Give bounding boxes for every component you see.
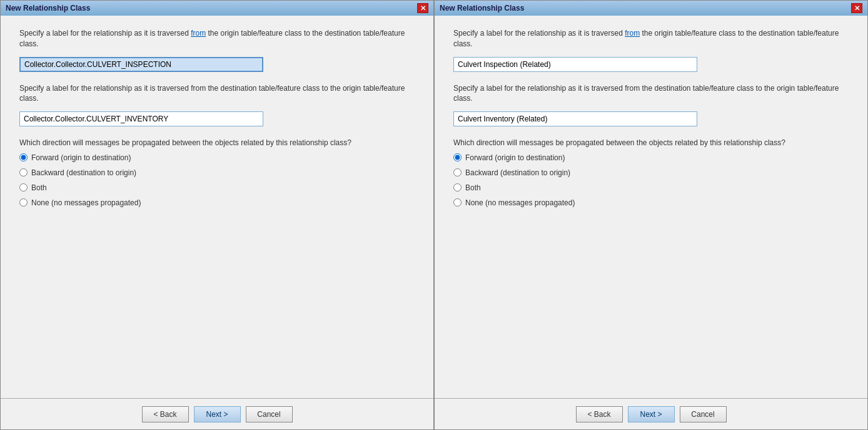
radio-both-2[interactable]	[453, 183, 462, 192]
titlebar-2: New Relationship Class ✕	[435, 1, 867, 16]
from-highlight-1: from	[191, 29, 206, 38]
desc2-text-1: Specify a label for the relationship as …	[19, 83, 415, 105]
next-button-2[interactable]: Next >	[628, 406, 675, 422]
from-highlight-2: from	[625, 29, 640, 38]
label-input-2[interactable]	[19, 111, 263, 126]
radio-group-2: Forward (origin to destination) Backward…	[453, 153, 849, 207]
back-button-1[interactable]: < Back	[142, 406, 189, 422]
radio-item-both-2[interactable]: Both	[453, 183, 849, 192]
radio-item-both-1[interactable]: Both	[19, 183, 415, 192]
content-1: Specify a label for the relationship as …	[1, 16, 433, 398]
dialog-1: New Relationship Class ✕ Specify a label…	[0, 0, 434, 430]
radio-forward-1[interactable]	[19, 153, 28, 161]
back-button-2[interactable]: < Back	[576, 406, 623, 422]
propagation-label-2: Which direction will messages be propaga…	[453, 138, 849, 148]
radio-item-backward-2[interactable]: Backward (destination to origin)	[453, 168, 849, 177]
titlebar-1: New Relationship Class ✕	[1, 1, 433, 16]
radio-label-both-1: Both	[31, 183, 47, 192]
label-input-3[interactable]	[453, 57, 697, 72]
label-input-4[interactable]	[453, 111, 697, 126]
radio-none-2[interactable]	[453, 198, 462, 207]
radio-item-none-1[interactable]: None (no messages propagated)	[19, 198, 415, 207]
radio-item-forward-2[interactable]: Forward (origin to destination)	[453, 153, 849, 162]
desc2-text-2: Specify a label for the relationship as …	[453, 83, 849, 105]
radio-label-backward-2: Backward (destination to origin)	[465, 168, 570, 177]
title-2: New Relationship Class	[440, 4, 524, 13]
radio-item-none-2[interactable]: None (no messages propagated)	[453, 198, 849, 207]
desc1-text-1: Specify a label for the relationship as …	[19, 28, 415, 49]
cancel-button-1[interactable]: Cancel	[246, 406, 293, 422]
content-2: Specify a label for the relationship as …	[435, 16, 867, 398]
footer-1: < Back Next > Cancel	[1, 398, 433, 429]
radio-label-forward-1: Forward (origin to destination)	[31, 153, 131, 162]
close-button-1[interactable]: ✕	[417, 3, 428, 13]
radio-backward-2[interactable]	[453, 168, 462, 177]
radio-group-1: Forward (origin to destination) Backward…	[19, 153, 415, 207]
close-button-2[interactable]: ✕	[851, 3, 862, 13]
label-input-1[interactable]	[19, 57, 263, 72]
radio-both-1[interactable]	[19, 183, 28, 192]
radio-label-none-1: None (no messages propagated)	[31, 198, 141, 207]
radio-none-1[interactable]	[19, 198, 28, 207]
desc1-text-2: Specify a label for the relationship as …	[453, 28, 849, 49]
radio-label-both-2: Both	[465, 183, 481, 192]
radio-forward-2[interactable]	[453, 153, 462, 161]
radio-item-forward-1[interactable]: Forward (origin to destination)	[19, 153, 415, 162]
title-1: New Relationship Class	[6, 4, 90, 13]
radio-item-backward-1[interactable]: Backward (destination to origin)	[19, 168, 415, 177]
radio-label-backward-1: Backward (destination to origin)	[31, 168, 136, 177]
cancel-button-2[interactable]: Cancel	[680, 406, 727, 422]
next-button-1[interactable]: Next >	[194, 406, 241, 422]
propagation-label-1: Which direction will messages be propaga…	[19, 138, 415, 148]
radio-label-forward-2: Forward (origin to destination)	[465, 153, 565, 162]
dialog-2: New Relationship Class ✕ Specify a label…	[434, 0, 868, 430]
radio-label-none-2: None (no messages propagated)	[465, 198, 575, 207]
radio-backward-1[interactable]	[19, 168, 28, 177]
footer-2: < Back Next > Cancel	[435, 398, 867, 429]
